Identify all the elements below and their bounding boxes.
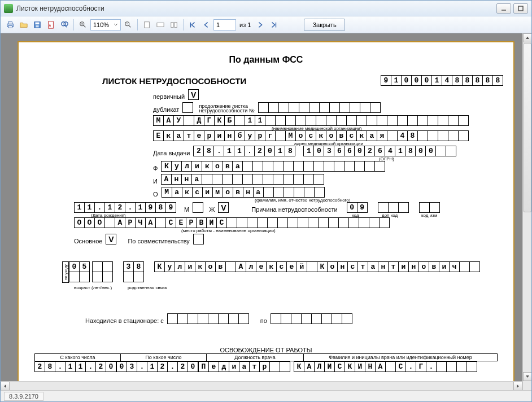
cell: 1 bbox=[147, 361, 158, 372]
cell: А bbox=[375, 361, 386, 372]
svg-rect-7 bbox=[36, 25, 38, 27]
cell: о bbox=[326, 130, 337, 141]
cell bbox=[318, 217, 329, 228]
cell: С bbox=[334, 361, 345, 372]
cell bbox=[208, 313, 219, 324]
cell bbox=[324, 161, 334, 172]
cell bbox=[429, 202, 440, 213]
cell: . bbox=[213, 146, 224, 156]
cell: л bbox=[181, 161, 192, 172]
next-page-button[interactable] bbox=[254, 19, 267, 31]
page-number-input[interactable] bbox=[213, 19, 236, 30]
cell: с bbox=[276, 261, 287, 272]
cell bbox=[123, 272, 134, 282]
duplicate-label: дубликат bbox=[153, 106, 179, 113]
scroll-left-button[interactable] bbox=[1, 382, 10, 390]
cell: . bbox=[55, 361, 66, 372]
care-rel-hint: родственная связь bbox=[128, 285, 167, 290]
primary-checkbox: V bbox=[188, 89, 199, 100]
cell bbox=[388, 202, 399, 213]
cell bbox=[284, 187, 294, 198]
print-button[interactable] bbox=[4, 19, 16, 31]
svg-rect-23 bbox=[175, 22, 177, 27]
cell: 8 bbox=[492, 75, 503, 86]
scroll-thumb[interactable] bbox=[524, 43, 531, 212]
find-button[interactable] bbox=[58, 19, 71, 31]
cell bbox=[329, 102, 340, 113]
cell bbox=[428, 115, 438, 126]
patronymic-cells: Максимовна bbox=[162, 187, 325, 198]
maximize-button[interactable] bbox=[513, 3, 528, 14]
cell bbox=[104, 217, 115, 228]
cell: с bbox=[346, 130, 357, 141]
zoom-out-button[interactable] bbox=[122, 19, 134, 31]
cell: К bbox=[345, 361, 355, 372]
cell bbox=[458, 115, 469, 126]
cell: 0 bbox=[313, 146, 324, 156]
cell bbox=[102, 261, 113, 272]
cell: а bbox=[368, 261, 378, 272]
first-page-button[interactable] bbox=[186, 19, 199, 31]
cell: А bbox=[161, 174, 172, 185]
cell bbox=[459, 261, 470, 272]
cell: 1 bbox=[104, 202, 115, 213]
prev-page-button[interactable] bbox=[200, 19, 212, 31]
cell: 1 bbox=[303, 146, 314, 156]
cell: 1 bbox=[65, 361, 76, 372]
cell: к bbox=[195, 261, 206, 272]
cell bbox=[242, 174, 253, 185]
cell: 4 bbox=[442, 75, 452, 86]
cell: р bbox=[255, 130, 265, 141]
last-page-button[interactable] bbox=[268, 19, 280, 31]
cell bbox=[379, 217, 390, 228]
close-button[interactable]: Закрыть bbox=[304, 19, 345, 31]
minimize-button[interactable] bbox=[496, 3, 511, 14]
cell bbox=[338, 217, 349, 228]
view-multi-button[interactable] bbox=[168, 19, 180, 31]
cell: 2 bbox=[193, 146, 204, 156]
employer-hint: (место работы - наименование организации… bbox=[181, 228, 276, 233]
cell bbox=[283, 161, 294, 172]
cell: С bbox=[165, 217, 176, 228]
toolbar: A 110% из 1 Закрыть bbox=[1, 16, 531, 33]
cell: 2 bbox=[177, 361, 188, 372]
cell bbox=[252, 161, 263, 172]
zoom-combo[interactable]: 110% bbox=[90, 19, 121, 30]
open-button[interactable] bbox=[18, 19, 30, 31]
continuation-cells bbox=[258, 102, 381, 113]
cell bbox=[294, 187, 304, 198]
scroll-up-button[interactable] bbox=[523, 33, 531, 42]
cell bbox=[252, 174, 263, 185]
hospital-from bbox=[167, 313, 249, 324]
horizontal-scrollbar[interactable] bbox=[1, 381, 522, 390]
save-button[interactable] bbox=[31, 19, 43, 31]
cell: 1 bbox=[391, 75, 402, 86]
cell bbox=[277, 217, 288, 228]
cell: и bbox=[398, 261, 409, 272]
view-page-button[interactable] bbox=[141, 19, 153, 31]
pdf-button[interactable]: A bbox=[45, 19, 57, 31]
cell bbox=[370, 102, 381, 113]
page-header: По данным ФСС bbox=[29, 55, 503, 65]
cell bbox=[293, 161, 304, 172]
cell bbox=[367, 115, 377, 126]
cell bbox=[387, 130, 398, 141]
cell: 0 bbox=[425, 146, 436, 156]
cell bbox=[267, 217, 278, 228]
vertical-scrollbar[interactable] bbox=[522, 33, 531, 390]
cell: А bbox=[163, 115, 174, 126]
scroll-right-button[interactable] bbox=[513, 382, 522, 390]
cell bbox=[155, 217, 166, 228]
cell: 0 bbox=[106, 361, 116, 372]
cell: о bbox=[212, 161, 223, 172]
scroll-down-button[interactable] bbox=[523, 372, 531, 381]
zoom-in-button[interactable] bbox=[77, 19, 89, 31]
view-width-button[interactable] bbox=[154, 19, 167, 31]
cell: 4 bbox=[385, 146, 395, 156]
cell bbox=[314, 187, 325, 198]
cell: . bbox=[426, 361, 437, 372]
r1-pos: Педиатр bbox=[198, 361, 290, 372]
cell bbox=[319, 102, 330, 113]
cell bbox=[303, 161, 314, 172]
cell: 2 bbox=[34, 361, 45, 372]
